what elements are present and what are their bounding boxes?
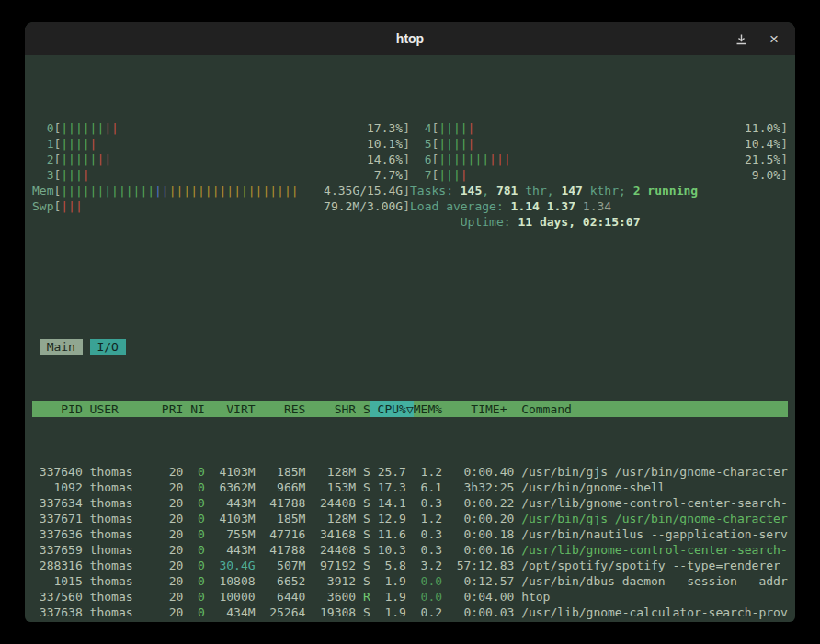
cell-pid: 337636 <box>32 526 83 542</box>
column-cpu-sort[interactable]: CPU%▽ <box>370 401 414 417</box>
cell-virt: 443M <box>205 542 256 558</box>
column-res[interactable]: RES <box>256 401 306 417</box>
tasks-line: Tasks: 145, 781 thr, 147 kthr; 2 running <box>410 183 788 198</box>
cell-pid: 1147 <box>32 620 83 622</box>
load-average-line: Load average: 1.14 1.37 1.34 <box>410 198 788 214</box>
cell-time: 3h32:25 <box>450 480 514 495</box>
cell-shr: 24408 <box>305 495 356 511</box>
cell-res: 47716 <box>256 526 306 542</box>
tab-main[interactable]: Main <box>40 339 83 355</box>
cell-ni: 0 <box>183 480 204 495</box>
cell-user: thomas <box>83 511 154 526</box>
meter-swp: Swp[|||79.2M/3.00G] <box>32 198 410 214</box>
process-row[interactable]: 337636thomas200755M4771634168S11.60.30:0… <box>32 526 788 542</box>
cell-cpu: 5.8 <box>370 558 414 573</box>
cell-pri: 20 <box>154 542 183 558</box>
meter-value: 79.2M/3.00G <box>324 198 403 214</box>
titlebar[interactable]: htop × <box>25 22 795 55</box>
cell-shr: 128M <box>305 511 356 526</box>
meter-bar: |||||||14.6% <box>61 152 403 167</box>
close-icon[interactable]: × <box>766 30 782 47</box>
meter-bar: ||||9.0% <box>438 167 780 183</box>
process-row[interactable]: 337659thomas200443M4178824408S10.30.30:0… <box>32 542 788 558</box>
cell-shr: 97192 <box>305 558 356 573</box>
process-row[interactable]: 1092thomas2006362M966M153MS17.36.13h32:2… <box>32 480 788 495</box>
cell-virt: 4103M <box>205 511 256 526</box>
cell-mem: 0.3 <box>414 542 450 558</box>
process-row[interactable]: 337634thomas200443M4178824408S14.10.30:0… <box>32 495 788 511</box>
cell-mem: 3.2 <box>414 558 450 573</box>
cell-time: 0:00.42 <box>450 620 514 622</box>
column-pid[interactable]: PID <box>32 401 83 417</box>
process-row[interactable]: 337671thomas2004103M185M128MS12.91.20:00… <box>32 511 788 526</box>
tab-io[interactable]: I/O <box>90 339 126 355</box>
cell-pri: 20 <box>154 589 183 604</box>
cell-time: 0:00.22 <box>450 495 514 511</box>
column-pri[interactable]: PRI <box>154 401 183 417</box>
meter-value: 4.35G/15.4G <box>324 183 403 198</box>
meter-value: 9.0% <box>752 167 780 183</box>
column-user[interactable]: USER <box>83 401 154 417</box>
window-title: htop <box>396 31 424 46</box>
meter-bar: |||||11.0% <box>438 120 780 136</box>
meter-value: 21.5% <box>745 152 780 167</box>
cell-cmd: /usr/bin/gjs /usr/bin/gnome-character <box>514 464 788 480</box>
cell-res: 6652 <box>256 573 306 589</box>
cell-cmd: /usr/bin/gnome-shell <box>514 620 788 622</box>
cell-user: thomas <box>83 573 154 589</box>
cell-cmd: htop <box>514 589 788 604</box>
cell-virt: 30.4G <box>205 558 256 573</box>
process-row[interactable]: 1147thomas2006362M966M153MS0.66.10:00.42… <box>32 620 788 622</box>
htop-screen: 0[||||||||17.3%]1[|||||10.1%]2[|||||||14… <box>25 55 795 622</box>
cell-s: S <box>356 620 370 622</box>
cell-pri: 20 <box>154 526 183 542</box>
cell-s: S <box>356 573 370 589</box>
column-state[interactable]: S <box>356 401 370 417</box>
meter-label: 1 <box>32 136 53 152</box>
cell-cmd: /usr/bin/gnome-shell <box>514 480 788 495</box>
cell-mem: 0.0 <box>414 573 450 589</box>
cell-ni: 0 <box>183 589 204 604</box>
cell-cmd: /usr/bin/gjs /usr/bin/gnome-character <box>514 511 788 526</box>
cell-pri: 20 <box>154 511 183 526</box>
cell-virt: 10808 <box>205 573 256 589</box>
process-row[interactable]: 337638thomas200434M2526419308S1.90.20:00… <box>32 604 788 620</box>
cell-shr: 153M <box>305 480 356 495</box>
meter-value: 11.0% <box>745 120 780 136</box>
cell-user: thomas <box>83 542 154 558</box>
download-icon[interactable] <box>733 30 749 47</box>
cell-ni: 0 <box>183 620 204 622</box>
meter-4: 4[|||||11.0%] <box>410 120 788 136</box>
cell-shr: 3912 <box>305 573 356 589</box>
cell-user: thomas <box>83 464 154 480</box>
cell-s: S <box>356 558 370 573</box>
column-ni[interactable]: NI <box>183 401 204 417</box>
cell-shr: 34168 <box>305 526 356 542</box>
cell-pri: 20 <box>154 604 183 620</box>
cell-pri: 20 <box>154 620 183 622</box>
cell-pid: 337640 <box>32 464 83 480</box>
column-time[interactable]: TIME+ <box>450 401 514 417</box>
cell-shr: 128M <box>305 464 356 480</box>
process-row[interactable]: 288316thomas20030.4G507M97192S5.83.257:1… <box>32 558 788 573</box>
meter-3: 3[||||7.7%] <box>32 167 410 183</box>
cell-res: 507M <box>256 558 306 573</box>
cell-mem: 6.1 <box>414 620 450 622</box>
cell-pid: 288316 <box>32 558 83 573</box>
cell-pid: 1092 <box>32 480 83 495</box>
process-row[interactable]: 337640thomas2004103M185M128MS25.71.20:00… <box>32 464 788 480</box>
column-mem[interactable]: MEM% <box>414 401 450 417</box>
cell-s: S <box>356 526 370 542</box>
cell-user: thomas <box>83 604 154 620</box>
cell-cpu: 17.3 <box>370 480 414 495</box>
cell-cpu: 25.7 <box>370 464 414 480</box>
table-header: PID USER PRI NI VIRT RES SHR S CPU%▽ MEM… <box>32 401 788 417</box>
cell-cpu: 1.9 <box>370 573 414 589</box>
process-row[interactable]: 1015thomas2001080866523912S1.90.00:12.57… <box>32 573 788 589</box>
cell-pid: 337659 <box>32 542 83 558</box>
column-virt[interactable]: VIRT <box>205 401 256 417</box>
column-command[interactable]: Command <box>514 401 788 417</box>
meter-label: 3 <box>32 167 53 183</box>
column-shr[interactable]: SHR <box>305 401 356 417</box>
process-row[interactable]: 337560thomas2001000064403600R1.90.00:04.… <box>32 589 788 604</box>
